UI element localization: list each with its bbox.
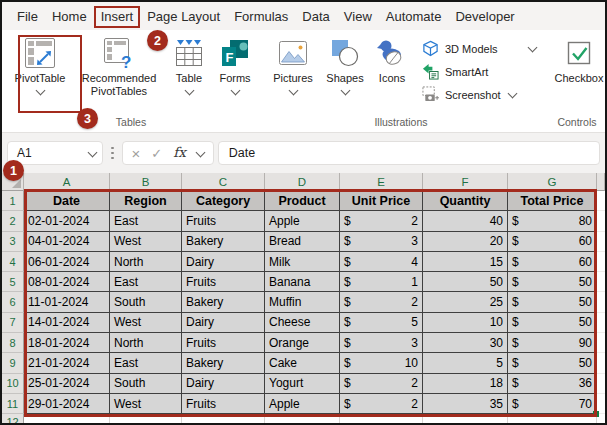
cell-quantity[interactable]: 18 [423,374,508,394]
tab-data[interactable]: Data [295,6,336,28]
selection-fill-handle[interactable] [593,411,599,417]
smartart-button[interactable]: SmartArt [422,63,540,80]
cell-product[interactable]: Milk [265,252,340,272]
cell-date[interactable]: 02-01-2024 [24,211,110,231]
cell-product[interactable]: Orange [265,333,340,353]
cell-product[interactable]: Cake [265,353,340,373]
cell-region[interactable]: North [110,333,182,353]
pivottable-button[interactable]: PivotTable [8,35,72,94]
cell-category[interactable]: Fruits [182,333,265,353]
cell-total-price[interactable]: $90 [508,333,597,353]
cell-header-total-price[interactable]: Total Price [508,191,597,211]
cell-quantity[interactable]: 25 [423,292,508,312]
cell-region[interactable]: South [110,292,182,312]
row-header-9[interactable]: 9 [2,353,24,373]
cell-category[interactable]: Fruits [182,211,265,231]
forms-button[interactable]: F Forms [212,35,258,94]
cell-unit-price[interactable]: $2 [340,211,423,231]
row-header-4[interactable]: 4 [2,252,24,272]
cell-date[interactable]: 18-01-2024 [24,333,110,353]
cell-date[interactable]: 06-01-2024 [24,252,110,272]
cell-unit-price[interactable]: $1 [340,272,423,292]
cell-region[interactable]: East [110,211,182,231]
column-header-f[interactable]: F [423,173,508,191]
cancel-icon[interactable]: × [132,146,141,161]
screenshot-button[interactable]: Screenshot [422,86,540,103]
cell-unit-price[interactable]: $3 [340,232,423,252]
name-box[interactable]: A1 [7,141,103,165]
cell-empty[interactable] [508,414,597,424]
cell-date[interactable]: 11-01-2024 [24,292,110,312]
cell-header-category[interactable]: Category [182,191,265,211]
cell-quantity[interactable]: 50 [423,272,508,292]
cell-region[interactable]: East [110,272,182,292]
cell-date[interactable]: 04-01-2024 [24,232,110,252]
cell-total-price[interactable]: $60 [508,252,597,272]
enter-icon[interactable]: ✓ [151,147,162,160]
cell-category[interactable]: Dairy [182,252,265,272]
tab-view[interactable]: View [337,6,379,28]
cell-product[interactable]: Bread [265,232,340,252]
cell-category[interactable]: Dairy [182,313,265,333]
column-header-a[interactable]: A [24,173,110,191]
tab-developer[interactable]: Developer [448,6,521,28]
tab-home[interactable]: Home [45,6,94,28]
cell-date[interactable]: 29-01-2024 [24,394,110,414]
cell-category[interactable]: Dairy [182,374,265,394]
cell-empty[interactable] [110,414,182,424]
row-header-1[interactable]: 1 [2,191,24,211]
cell-category[interactable]: Bakery [182,292,265,312]
cell-quantity[interactable]: 20 [423,232,508,252]
row-header-5[interactable]: 5 [2,272,24,292]
cell-region[interactable]: North [110,252,182,272]
cell-total-price[interactable]: $80 [508,211,597,231]
cell-total-price[interactable]: $50 [508,272,597,292]
cell-unit-price[interactable]: $3 [340,333,423,353]
cell-unit-price[interactable]: $4 [340,252,423,272]
tab-file[interactable]: File [10,6,45,28]
cell-total-price[interactable]: $50 [508,313,597,333]
cell-unit-price[interactable]: $5 [340,313,423,333]
3d-models-button[interactable]: 3D Models [422,40,540,57]
cell-unit-price[interactable]: $2 [340,394,423,414]
cell-empty[interactable] [423,414,508,424]
tab-automate[interactable]: Automate [379,6,449,28]
column-header-c[interactable]: C [182,173,265,191]
cell-date[interactable]: 25-01-2024 [24,374,110,394]
formula-input[interactable]: Date [218,141,600,165]
pictures-button[interactable]: Pictures [266,35,320,94]
cell-region[interactable]: East [110,353,182,373]
column-header-g[interactable]: G [508,173,597,191]
row-header-6[interactable]: 6 [2,292,24,312]
column-header-e[interactable]: E [340,173,423,191]
row-header-10[interactable]: 10 [2,374,24,394]
row-header-8[interactable]: 8 [2,333,24,353]
tab-formulas[interactable]: Formulas [227,6,295,28]
cell-header-date[interactable]: Date [24,191,110,211]
column-header-d[interactable]: D [265,173,340,191]
row-header-2[interactable]: 2 [2,211,24,231]
cell-total-price[interactable]: $70 [508,394,597,414]
cell-category[interactable]: Bakery [182,232,265,252]
cell-quantity[interactable]: 10 [423,313,508,333]
row-header-3[interactable]: 3 [2,232,24,252]
cell-empty[interactable] [24,414,110,424]
checkbox-button[interactable]: Checkbox [548,35,607,85]
cell-product[interactable]: Cheese [265,313,340,333]
cell-product[interactable]: Yogurt [265,374,340,394]
cell-header-product[interactable]: Product [265,191,340,211]
cell-product[interactable]: Apple [265,211,340,231]
cell-date[interactable]: 14-01-2024 [24,313,110,333]
cell-category[interactable]: Fruits [182,394,265,414]
cell-product[interactable]: Apple [265,394,340,414]
icons-button[interactable]: Icons [370,35,414,85]
shapes-button[interactable]: Shapes [320,35,370,94]
cell-empty[interactable] [340,414,423,424]
cell-header-quantity[interactable]: Quantity [423,191,508,211]
cell-empty[interactable] [265,414,340,424]
tab-insert[interactable]: Insert [94,6,141,28]
table-button[interactable]: Table [166,35,212,94]
cell-product[interactable]: Muffin [265,292,340,312]
cell-quantity[interactable]: 5 [423,353,508,373]
column-header-b[interactable]: B [110,173,182,191]
